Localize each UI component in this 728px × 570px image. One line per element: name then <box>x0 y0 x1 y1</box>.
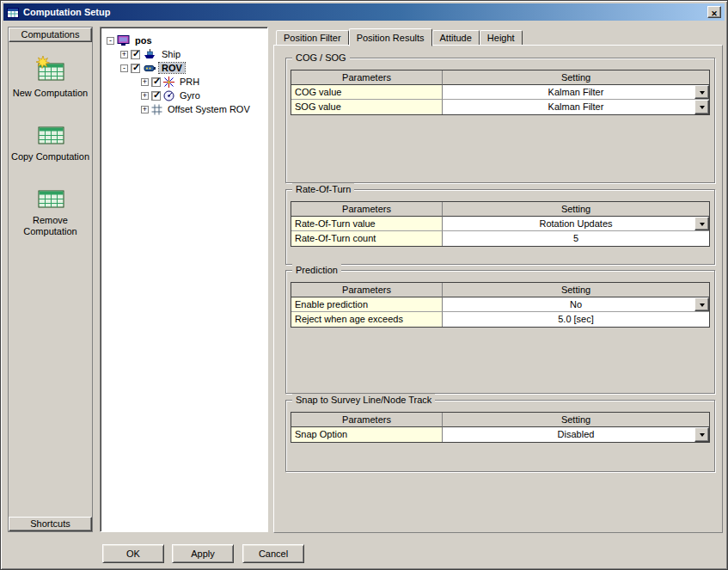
tab-attitude[interactable]: Attitude <box>432 30 480 46</box>
tab-height[interactable]: Height <box>480 30 523 46</box>
dropdown-arrow-button[interactable] <box>694 217 709 230</box>
tree-label-pos[interactable]: pos <box>132 35 155 46</box>
apply-button[interactable]: Apply <box>172 544 234 563</box>
tree-label-prh[interactable]: PRH <box>177 77 202 87</box>
enable-prediction-dropdown[interactable]: No <box>443 297 709 312</box>
snap-option-dropdown[interactable]: Disabled <box>443 427 709 442</box>
settings-panel: Position Filter Position Results Attitud… <box>273 28 723 533</box>
tab-strip: Position Filter Position Results Attitud… <box>273 28 723 46</box>
cog-value-dropdown[interactable]: Kalman Filter <box>443 85 709 100</box>
chevron-down-icon <box>700 223 705 229</box>
group-prediction: Prediction Parameters Setting Enable pre… <box>285 270 715 394</box>
pos-icon <box>117 35 130 46</box>
param-label: Rate-Of-Turn count <box>291 231 443 246</box>
cancel-button[interactable]: Cancel <box>242 544 304 563</box>
param-label: Enable prediction <box>291 297 443 312</box>
chevron-down-icon <box>700 433 705 439</box>
dropdown-arrow-button[interactable] <box>694 427 709 442</box>
expand-icon[interactable]: + <box>141 78 149 86</box>
ok-button[interactable]: OK <box>102 544 164 563</box>
computations-bar-button[interactable]: Computations <box>9 28 92 42</box>
expand-icon[interactable]: + <box>120 51 128 58</box>
group-title: COG / SOG <box>292 52 350 64</box>
remove-computation-icon <box>35 188 66 212</box>
remove-computation-button[interactable]: Remove Computation <box>10 188 91 237</box>
reject-age-text: 5.0 [sec] <box>558 314 594 324</box>
dropdown-arrow-button[interactable] <box>694 85 709 99</box>
tree-item-offset-system-rov[interactable]: + Offset System ROV <box>103 102 267 116</box>
group-snap: Snap to Survey Line/Node Track Parameter… <box>285 400 715 472</box>
tree-label-rov[interactable]: ROV <box>159 63 185 73</box>
tree-item-rov[interactable]: - ROV <box>103 61 267 75</box>
close-icon <box>711 6 718 19</box>
collapse-icon[interactable]: - <box>120 64 128 72</box>
new-computation-button[interactable]: New Computation <box>10 56 91 99</box>
remove-computation-label: Remove Computation <box>10 215 91 237</box>
snap-option-text: Disabled <box>558 429 595 439</box>
chevron-down-icon <box>700 91 705 97</box>
close-button[interactable] <box>707 6 721 18</box>
chevron-down-icon <box>700 303 705 310</box>
title-bar: Computation Setup <box>3 3 725 21</box>
sog-value-dropdown[interactable]: Kalman Filter <box>443 100 709 114</box>
rate-of-turn-value-dropdown[interactable]: Rotation Updates <box>443 217 709 231</box>
column-header-setting: Setting <box>443 202 709 217</box>
group-title: Prediction <box>292 264 341 276</box>
new-computation-icon <box>35 56 66 85</box>
position-results-page: COG / SOG Parameters Setting COG value K… <box>273 45 723 533</box>
rov-checkbox[interactable] <box>131 64 140 73</box>
group-rate-of-turn: Rate-Of-Turn Parameters Setting Rate-Of-… <box>285 189 715 265</box>
group-title: Snap to Survey Line/Node Track <box>292 394 435 406</box>
tree-item-prh[interactable]: + PRH <box>103 75 267 89</box>
copy-computation-label: Copy Computation <box>11 151 89 162</box>
computation-setup-window: Computation Setup Computations New Compu… <box>0 0 728 570</box>
prh-checkbox[interactable] <box>151 77 161 87</box>
cog-value-text: Kalman Filter <box>548 87 604 97</box>
param-label: Reject when age exceeds <box>291 312 443 327</box>
tree-item-ship[interactable]: + Ship <box>103 47 267 61</box>
dropdown-arrow-button[interactable] <box>694 100 709 114</box>
ship-checkbox[interactable] <box>131 50 140 59</box>
tree-item-pos[interactable]: - pos <box>103 34 267 47</box>
rate-of-turn-count-field[interactable]: 5 <box>443 231 709 246</box>
snap-table: Parameters Setting Snap Option Disabled <box>291 412 710 443</box>
computations-sidebar: Computations New Computation <box>8 27 93 532</box>
prediction-table: Parameters Setting Enable prediction No … <box>291 282 710 328</box>
copy-computation-button[interactable]: Copy Computation <box>10 125 91 162</box>
computation-tree: - pos + Ship - <box>100 27 268 532</box>
tree-label-gyro[interactable]: Gyro <box>177 90 203 101</box>
gyro-checkbox[interactable] <box>151 91 161 101</box>
column-header-parameters: Parameters <box>291 283 443 297</box>
param-label: Snap Option <box>291 427 443 442</box>
tree-label-ship[interactable]: Ship <box>159 49 183 59</box>
column-header-setting: Setting <box>443 70 709 85</box>
shortcuts-bar-button[interactable]: Shortcuts <box>9 517 92 531</box>
tree-label-offset-system-rov[interactable]: Offset System ROV <box>165 104 253 114</box>
column-header-parameters: Parameters <box>291 202 443 217</box>
tab-position-results[interactable]: Position Results <box>349 28 432 46</box>
sog-value-text: Kalman Filter <box>548 101 604 112</box>
column-header-parameters: Parameters <box>291 413 443 427</box>
reject-age-field[interactable]: 5.0 [sec] <box>443 312 709 327</box>
group-cog-sog: COG / SOG Parameters Setting COG value K… <box>285 58 715 183</box>
expand-icon[interactable]: + <box>141 92 149 100</box>
enable-prediction-text: No <box>570 299 582 310</box>
app-icon <box>7 7 19 18</box>
group-title: Rate-Of-Turn <box>292 183 354 195</box>
new-computation-label: New Computation <box>13 88 88 99</box>
ship-icon <box>143 49 156 59</box>
tree-item-gyro[interactable]: + Gyro <box>103 89 267 102</box>
tab-position-filter[interactable]: Position Filter <box>276 30 349 46</box>
rov-icon <box>143 63 156 73</box>
copy-computation-icon <box>35 125 66 149</box>
dropdown-arrow-button[interactable] <box>694 297 709 311</box>
chevron-down-icon <box>700 106 705 112</box>
prh-icon <box>163 77 174 88</box>
rate-of-turn-table: Parameters Setting Rate-Of-Turn value Ro… <box>291 201 710 247</box>
rate-of-turn-value-text: Rotation Updates <box>540 218 613 229</box>
window-title: Computation Setup <box>23 7 703 17</box>
column-header-setting: Setting <box>443 283 709 297</box>
column-header-parameters: Parameters <box>291 70 443 85</box>
collapse-icon[interactable]: - <box>107 37 114 45</box>
expand-icon[interactable]: + <box>141 106 149 113</box>
